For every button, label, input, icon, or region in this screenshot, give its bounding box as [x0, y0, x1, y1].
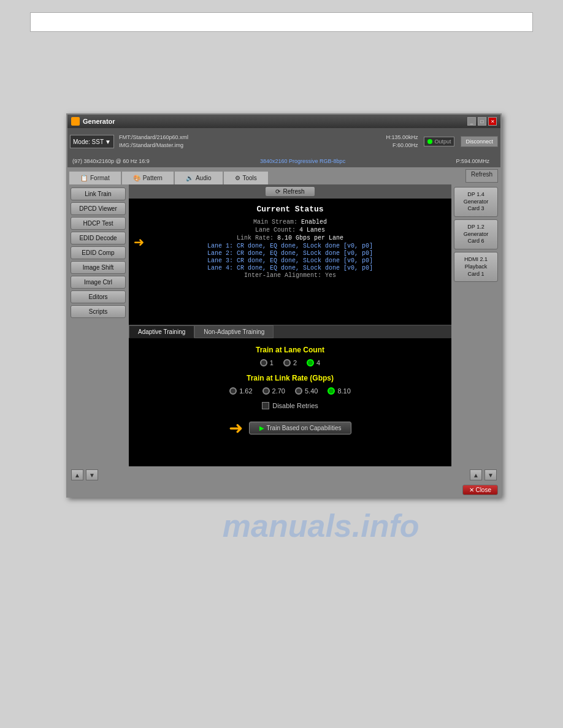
status-right: H:135.00kHz F:60.00Hz: [386, 134, 418, 149]
rate-270-radio-circle: [262, 387, 270, 395]
tab-format[interactable]: 📋 Format: [69, 171, 121, 184]
format-icon: 📋: [80, 175, 88, 181]
lane-1-status: Lane 1: CR done, EQ done, SLock done [v0…: [141, 243, 439, 249]
nav-up-arrow[interactable]: ▲: [71, 469, 83, 480]
close-button[interactable]: ✕ Close: [462, 485, 498, 495]
nav-up-arrow-right[interactable]: ▲: [470, 469, 482, 480]
lane-4-radio-circle: [307, 359, 314, 366]
img-path: IMG:/Standard/Master.img: [119, 142, 383, 150]
tab-audio[interactable]: 🔊 Audio: [174, 171, 223, 184]
disable-retries-checkbox[interactable]: [262, 402, 269, 409]
title-bar-left: Generator: [71, 117, 115, 126]
resolution-line: (97) 3840x2160p @ 60 Hz 16:9: [72, 158, 150, 164]
link-rate-title-text: Train at Link Rate (Gbps): [247, 374, 334, 382]
image-ctrl-label: Image Ctrl: [84, 279, 112, 286]
title-controls[interactable]: _ □ ✕: [467, 117, 497, 126]
rate-540-radio[interactable]: 5.40: [295, 387, 318, 395]
lane-count-label: Lane Count:: [255, 227, 296, 233]
minimize-button[interactable]: _: [467, 117, 476, 126]
rate-162-radio-circle: [229, 387, 237, 395]
tools-icon: ⚙: [235, 175, 240, 181]
output-led: [427, 139, 432, 144]
right-nav-arrows: ▲ ▼: [470, 469, 497, 480]
title-bar: Generator _ □ ✕: [67, 115, 500, 128]
h-rate: H:135.00kHz: [386, 134, 418, 142]
disconnect-button[interactable]: Disconnect: [461, 136, 498, 147]
lane-4-status: Lane 4: CR done, EQ done, SLock done [v0…: [141, 265, 439, 271]
card-dp14-gen3[interactable]: DP 1.4GeneratorCard 3: [454, 187, 498, 217]
scripts-label: Scripts: [89, 308, 108, 315]
left-nav-arrows: ▲ ▼: [71, 469, 98, 480]
sidebar-btn-edid-comp[interactable]: EDID Comp: [71, 246, 126, 259]
non-adaptive-training-label: Non-Adaptive Training: [204, 328, 264, 335]
link-rate-radio-group: 1.62 2.70 5.40 8.10: [141, 387, 439, 395]
edid-decode-label: EDID Decode: [79, 235, 117, 241]
rate-540-radio-circle: [295, 387, 302, 395]
editors-label: Editors: [88, 294, 107, 300]
rate-162-radio[interactable]: 1.62: [229, 387, 252, 395]
refresh-icon: ⟳: [275, 188, 280, 195]
link-rate-line: Link Rate: 8.10 Gbps per Lane: [141, 235, 439, 241]
tab-tools-label: Tools: [243, 175, 257, 181]
rate-270-radio[interactable]: 2.70: [262, 387, 285, 395]
rate-540-label: 5.40: [305, 387, 318, 395]
window-close-button[interactable]: ✕: [488, 117, 497, 126]
link-rate-val: 8.10 Gbps per Lane: [277, 235, 343, 241]
sidebar-btn-editors[interactable]: Editors: [71, 290, 126, 303]
train-btn-label: Train Based on Capabilities: [267, 425, 342, 431]
rate-810-radio-circle: [327, 387, 335, 395]
rate-810-radio[interactable]: 8.10: [327, 387, 350, 395]
card-hdmi21-play1[interactable]: HDMI 2.1PlaybackCard 1: [454, 252, 498, 282]
tab-pattern-label: Pattern: [143, 175, 163, 181]
tab-non-adaptive-training[interactable]: Non-Adaptive Training: [194, 325, 274, 338]
sidebar-btn-image-ctrl[interactable]: Image Ctrl: [71, 276, 126, 289]
output-label: Output: [434, 138, 451, 145]
main-panel: ⟳ Refresh ➜ Current Status Main Stream: …: [129, 184, 451, 466]
hdcp-test-label: HDCP Test: [83, 220, 113, 227]
lane-4-radio-label: 4: [316, 359, 320, 366]
sidebar-btn-scripts[interactable]: Scripts: [71, 305, 126, 318]
f-rate: F:60.00Hz: [386, 142, 418, 150]
train-capabilities-button[interactable]: ▶ Train Based on Capabilities: [249, 422, 352, 434]
image-shift-label: Image Shift: [83, 264, 114, 271]
bottom-nav: ▲ ▼ ▲ ▼: [67, 466, 500, 483]
window-title: Generator: [83, 118, 115, 125]
refresh-button-top[interactable]: Refresh: [465, 169, 498, 183]
card-dp12-gen6[interactable]: DP 1.2GeneratorCard 6: [454, 219, 498, 249]
nav-down-arrow-right[interactable]: ▼: [484, 469, 497, 480]
sidebar-btn-edid-decode[interactable]: EDID Decode: [71, 232, 126, 245]
tab-tools[interactable]: ⚙ Tools: [223, 171, 269, 184]
main-window: Generator _ □ ✕ Mode: SST ▼ FMT:/Standar…: [66, 113, 502, 498]
close-bar: ✕ Close: [67, 483, 500, 496]
top-bar: [30, 12, 533, 32]
status-content: ➜ Current Status Main Stream: Enabled La…: [129, 199, 451, 325]
lane-1-radio-label: 1: [270, 359, 274, 366]
arrow-indicator-status: ➜: [134, 232, 144, 253]
lane-count-radio-group: 1 2 4: [141, 359, 439, 366]
tab-bar: 📋 Format 🎨 Pattern 🔊 Audio ⚙ Tools Refre…: [67, 167, 500, 184]
sidebar-btn-hdcp-test[interactable]: HDCP Test: [71, 217, 126, 230]
output-button[interactable]: Output: [424, 137, 454, 146]
pattern-icon: 🎨: [133, 175, 140, 181]
sidebar-btn-image-shift[interactable]: Image Shift: [71, 261, 126, 274]
sidebar-btn-link-train[interactable]: Link Train: [71, 188, 126, 200]
lane-2-radio[interactable]: 2: [283, 359, 297, 366]
play-icon: ▶: [259, 425, 264, 431]
lane-2-radio-label: 2: [293, 359, 297, 366]
nav-down-arrow[interactable]: ▼: [86, 469, 98, 480]
lane-4-radio[interactable]: 4: [307, 359, 320, 366]
watermark: manuals.info: [223, 507, 419, 544]
refresh-button[interactable]: ⟳ Refresh: [265, 186, 315, 197]
maximize-button[interactable]: □: [478, 117, 486, 126]
tab-pattern[interactable]: 🎨 Pattern: [121, 171, 174, 184]
tab-adaptive-training[interactable]: Adaptive Training: [129, 325, 194, 338]
res-detail: 3840x2160 Progressive RGB-8bpc: [156, 158, 450, 164]
app-icon: [71, 117, 80, 126]
tab-format-label: Format: [90, 175, 110, 181]
sidebar-btn-dpcd-viewer[interactable]: DPCD Viewer: [71, 202, 126, 215]
lane-count-val: 4 Lanes: [299, 227, 325, 233]
inter-lane-val: Yes: [325, 272, 336, 279]
lane-1-radio[interactable]: 1: [260, 359, 274, 366]
resolution-bar: (97) 3840x2160p @ 60 Hz 16:9 3840x2160 P…: [67, 155, 500, 167]
mode-dropdown[interactable]: Mode: SST ▼: [70, 135, 114, 148]
